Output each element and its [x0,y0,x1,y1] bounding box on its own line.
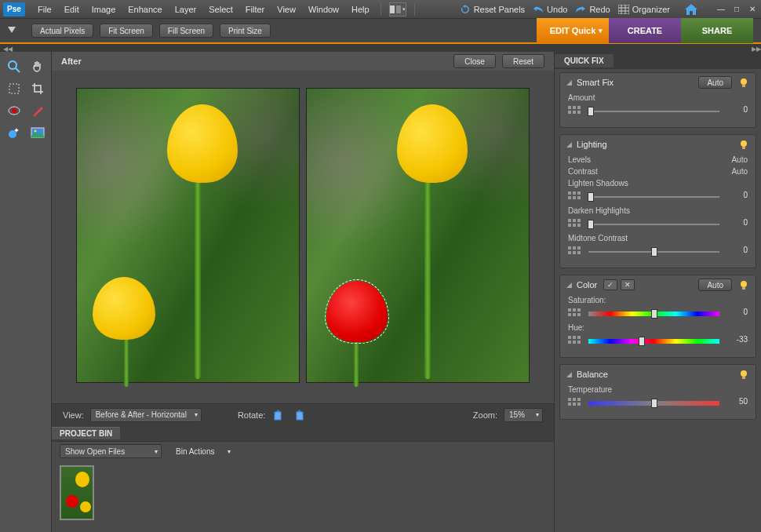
temperature-slider[interactable] [588,401,719,406]
saturation-label: Saturation: [568,296,748,304]
hand-tool[interactable] [28,58,47,75]
thumbnails-icon[interactable] [568,191,581,202]
bin-thumbnail[interactable] [60,465,94,520]
before-image[interactable] [76,88,300,383]
rotate-label: Rotate: [238,410,265,420]
mode-edit-tab[interactable]: EDIT Quick [537,18,609,43]
menu-enhance[interactable]: Enhance [122,5,168,14]
maximize-button[interactable]: □ [731,5,742,14]
svg-point-45 [741,281,747,287]
svg-rect-44 [577,251,581,254]
organizer-icon [618,5,629,14]
menu-layer[interactable]: Layer [169,5,203,14]
collapse-icon[interactable]: ◢ [566,140,572,148]
mode-share-tab[interactable]: SHARE [681,18,753,43]
thumbnails-icon[interactable] [568,219,581,230]
thumbnails-icon[interactable] [568,398,581,409]
menu-file[interactable]: File [31,5,58,14]
thumbnails-icon[interactable] [568,246,581,257]
menu-filter[interactable]: Filter [239,5,271,14]
fill-screen-button[interactable]: Fill Screen [159,24,213,38]
fit-screen-button[interactable]: Fit Screen [100,24,153,38]
menu-view[interactable]: View [271,5,302,14]
undo-button[interactable]: Undo [533,5,567,14]
after-image[interactable] [306,88,530,383]
thumbnails-icon[interactable] [568,308,581,319]
tip-icon[interactable] [738,369,749,380]
collapse-right-icon[interactable]: ▶▶ [752,46,758,50]
svg-point-59 [741,370,747,377]
crop-tool[interactable] [28,80,47,97]
lighten-slider[interactable] [588,196,719,198]
amount-value[interactable]: 0 [727,105,748,118]
brush-tool[interactable] [28,102,47,119]
rotate-ccw-icon[interactable] [271,409,286,421]
project-bin: Show Open Files Bin Actions [52,441,554,532]
print-size-button[interactable]: Print Size [220,24,271,38]
color-auto-button[interactable]: Auto [698,279,732,291]
organizer-button[interactable]: Organizer [618,5,670,14]
tip-icon[interactable] [738,279,749,290]
darken-slider[interactable] [588,224,719,225]
svg-rect-51 [573,313,576,316]
menu-image[interactable]: Image [86,5,122,14]
mode-create-tab[interactable]: CREATE [609,18,681,43]
levels-auto-button[interactable]: Auto [731,155,748,164]
accept-button[interactable]: ✓ [603,279,617,290]
view-select[interactable]: Before & After - Horizontal [90,408,202,422]
preview-reset-button[interactable]: Reset [502,54,544,68]
collapse-icon[interactable]: ◢ [566,370,572,378]
tip-icon[interactable] [738,139,749,150]
menu-edit[interactable]: Edit [58,5,86,14]
home-icon[interactable] [684,3,698,16]
quick-fix-tab[interactable]: QUICK FIX [555,54,614,67]
bin-actions-select[interactable]: Bin Actions [171,444,234,458]
temperature-value[interactable]: 50 [727,397,748,410]
menu-select[interactable]: Select [202,5,239,14]
redeye-tool[interactable] [5,102,24,119]
reject-button[interactable]: ✕ [621,279,635,290]
menu-window[interactable]: Window [302,5,345,14]
hue-value[interactable]: -33 [727,335,748,348]
collapse-icon[interactable]: ◢ [566,78,572,86]
tip-icon[interactable] [738,77,749,88]
midtone-value[interactable]: 0 [727,246,748,258]
project-bin-tab[interactable]: PROJECT BIN [52,427,120,439]
smart-fix-auto-button[interactable]: Auto [698,76,732,89]
close-window-button[interactable]: ✕ [747,5,758,14]
svg-rect-30 [568,196,571,199]
hue-slider[interactable] [588,339,719,344]
options-tri-icon[interactable] [8,27,16,35]
zoom-select[interactable]: 15% [504,408,543,422]
show-open-files-select[interactable]: Show Open Files [60,444,162,458]
levels-label: Levels [568,155,591,164]
photo-tool[interactable] [28,124,47,141]
redo-button[interactable]: Redo [575,5,610,14]
svg-rect-42 [568,251,571,254]
collapse-icon[interactable]: ◢ [566,281,572,289]
amount-slider[interactable] [588,111,719,112]
selection-tool[interactable] [5,80,24,97]
reset-panels-button[interactable]: Reset Panels [460,4,525,15]
svg-rect-53 [568,336,571,339]
smart-brush-tool[interactable] [5,124,24,141]
layout-selector[interactable]: ▾ [389,2,406,16]
saturation-value[interactable]: 0 [727,308,748,320]
thumbnails-icon[interactable] [568,106,581,117]
thumbnails-icon[interactable] [568,336,581,347]
menu-bar: Pse File Edit Image Enhance Layer Select… [0,0,761,19]
actual-pixels-button[interactable]: Actual Pixels [31,24,93,38]
minimize-button[interactable]: — [715,5,726,14]
midtone-slider[interactable] [588,251,719,253]
darken-value[interactable]: 0 [727,218,748,231]
zoom-tool[interactable] [5,58,24,75]
divider [380,3,381,16]
svg-rect-37 [573,224,576,227]
contrast-auto-button[interactable]: Auto [731,167,748,176]
preview-close-button[interactable]: Close [453,54,496,68]
collapse-left-icon[interactable]: ◀◀ [3,46,9,50]
lighten-value[interactable]: 0 [727,191,748,203]
rotate-cw-icon[interactable] [292,409,306,421]
menu-help[interactable]: Help [345,5,376,14]
saturation-slider[interactable] [588,312,719,316]
